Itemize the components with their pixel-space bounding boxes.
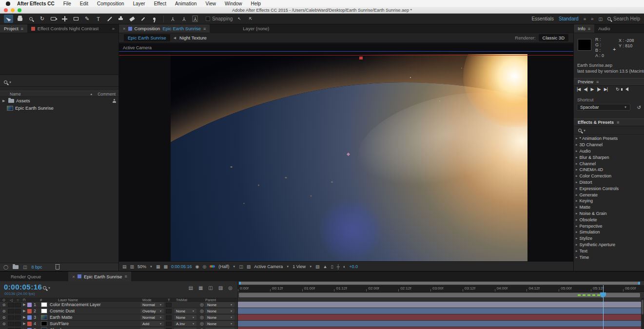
layer-duration-bar[interactable] bbox=[238, 327, 641, 329]
snap-option-2-icon[interactable]: ⇱ bbox=[246, 15, 255, 23]
work-area-bar[interactable] bbox=[239, 293, 640, 297]
timeline-button-icon[interactable]: ▯ bbox=[331, 264, 333, 269]
parent-dropdown[interactable]: None▼ bbox=[205, 309, 234, 313]
renderer-value[interactable]: Classic 3D bbox=[539, 34, 568, 41]
menu-item[interactable]: After Effects CC bbox=[17, 1, 59, 6]
interpret-footage-icon[interactable]: ◯︎ bbox=[3, 265, 8, 270]
preserve-transparency-cell[interactable] bbox=[166, 322, 172, 326]
preserve-transparency-cell[interactable] bbox=[166, 303, 172, 307]
type-tool-icon[interactable]: T bbox=[94, 15, 103, 23]
layer-audio-cell[interactable] bbox=[8, 315, 14, 320]
region-of-interest-icon[interactable]: ◫ bbox=[239, 264, 243, 269]
breadcrumb-comp[interactable]: Epic Earth Sunrise bbox=[124, 34, 170, 41]
close-tab-icon[interactable]: × bbox=[72, 274, 75, 279]
effects-category[interactable]: Generate bbox=[574, 192, 642, 198]
layer-audio-cell[interactable] bbox=[8, 303, 14, 307]
search-help-field[interactable]: Search Help bbox=[613, 16, 640, 21]
mask-visibility-icon[interactable]: ▩ bbox=[164, 264, 168, 269]
breadcrumb-layer[interactable]: Night Texture bbox=[179, 35, 207, 40]
view-layout-value[interactable]: 1 View bbox=[293, 264, 306, 269]
camera-view-value[interactable]: Active Camera bbox=[254, 264, 283, 269]
snap-option-icon[interactable]: ↖ bbox=[234, 15, 244, 23]
blend-mode-dropdown[interactable]: Overlay▼ bbox=[140, 309, 164, 313]
layer-visibility-icon[interactable]: ⊙ bbox=[0, 315, 8, 320]
layer-duration-bar[interactable] bbox=[238, 314, 641, 320]
resolution-caret-icon[interactable]: ▼ bbox=[233, 265, 235, 268]
workspace-switcher-icon[interactable]: ◫ bbox=[598, 17, 603, 21]
project-bit-depth[interactable]: 8 bpc bbox=[32, 265, 42, 270]
effects-category[interactable]: Time bbox=[574, 254, 642, 260]
hide-shy-layers-icon[interactable]: ◫ bbox=[208, 285, 213, 290]
effects-category[interactable]: CINEMA 4D bbox=[574, 167, 642, 173]
parent-pickwhip-icon[interactable]: ◎ bbox=[198, 321, 205, 326]
exposure-value[interactable]: +0.0 bbox=[349, 264, 358, 269]
new-composition-icon[interactable]: ◫ bbox=[23, 265, 27, 270]
blend-mode-dropdown[interactable]: Normal▼ bbox=[140, 315, 164, 320]
panel-menu-icon[interactable]: ≡ bbox=[617, 120, 619, 125]
layer-row[interactable]: ⊙ ▶ 4 Sun/Flare Add▼ A.Inv▼ ◎ None▼ bbox=[0, 321, 237, 327]
reset-shortcut-icon[interactable]: ↺ bbox=[637, 105, 641, 110]
fast-previews-icon[interactable]: ▲ bbox=[323, 264, 328, 269]
layer-label-color[interactable] bbox=[27, 303, 32, 307]
effects-category[interactable]: Simulation bbox=[574, 229, 642, 235]
layer-duration-bar[interactable] bbox=[238, 302, 641, 308]
tab-layer[interactable]: Layer (none) bbox=[239, 24, 273, 33]
project-item-comp[interactable]: Epic Earth Sunrise bbox=[0, 104, 118, 112]
hand-tool-icon[interactable] bbox=[15, 15, 24, 23]
shortcut-dropdown[interactable]: Spacebar ▼ bbox=[577, 104, 630, 111]
panel-menu-icon[interactable]: ≡ bbox=[596, 79, 599, 84]
delete-icon[interactable] bbox=[56, 265, 59, 270]
layer-name[interactable]: Earth Matte bbox=[50, 315, 140, 320]
layer-columns-header[interactable]: ⊙ ◁ ○ ⊓ # Layer Name Mode T TrkMat Paren… bbox=[0, 298, 237, 302]
motion-blur-icon[interactable]: ◎ bbox=[228, 285, 233, 290]
layer-expand-icon[interactable]: ▶ bbox=[21, 315, 27, 319]
rectangle-tool-icon[interactable] bbox=[71, 15, 80, 23]
workspace-menu-icon[interactable]: ≡ bbox=[584, 17, 586, 21]
next-frame-button[interactable]: |▶ bbox=[597, 87, 600, 92]
project-search-icon[interactable] bbox=[4, 80, 7, 84]
tab-audio[interactable]: Audio bbox=[594, 24, 614, 33]
timeline-scrollbar[interactable] bbox=[641, 298, 644, 329]
project-item-assets[interactable]: ▶ Assets bbox=[0, 97, 118, 104]
draft-3d-icon[interactable]: ▦ bbox=[198, 285, 203, 290]
new-folder-icon[interactable] bbox=[13, 265, 19, 269]
menu-item[interactable]: Layer bbox=[129, 1, 150, 6]
parent-pickwhip-icon[interactable]: ◎ bbox=[198, 315, 205, 320]
magnification-icon[interactable]: ▥ bbox=[130, 264, 135, 269]
brush-tool-icon[interactable] bbox=[105, 15, 114, 23]
effects-category[interactable]: Stylize bbox=[574, 235, 642, 242]
effects-category[interactable]: Keying bbox=[574, 198, 642, 204]
menu-item[interactable]: File bbox=[59, 1, 76, 6]
local-axis-mode-icon[interactable]: Y bbox=[168, 15, 177, 23]
tab-overflow-chevron[interactable]: » bbox=[108, 24, 118, 33]
last-frame-button[interactable]: ▶| bbox=[604, 87, 607, 92]
layer-duration-bar[interactable] bbox=[238, 321, 641, 327]
layer-label-color[interactable] bbox=[27, 315, 32, 320]
panel-menu-icon[interactable]: ≡ bbox=[21, 26, 23, 31]
layer-visibility-icon[interactable]: ⊙ bbox=[0, 303, 8, 307]
reset-exposure-icon[interactable]: ◐ bbox=[343, 264, 346, 269]
panel-menu-icon[interactable]: ≡ bbox=[588, 26, 590, 31]
magnification-caret-icon[interactable]: ▼ bbox=[150, 265, 153, 268]
project-search-caret-icon[interactable]: ▼ bbox=[9, 81, 12, 84]
navigator-end-handle[interactable] bbox=[638, 282, 640, 285]
effects-category[interactable]: Blur & Sharpen bbox=[574, 154, 642, 160]
eraser-tool-icon[interactable] bbox=[127, 15, 137, 23]
effects-category[interactable]: Noise & Grain bbox=[574, 211, 642, 217]
playhead-line[interactable] bbox=[603, 285, 604, 329]
selection-tool-icon[interactable] bbox=[4, 15, 13, 23]
timeline-track-area[interactable]: 0:00f00:12f01:00f01:12f02:00f02:12f03:00… bbox=[238, 281, 644, 329]
show-snapshot-icon[interactable]: ◎ bbox=[202, 264, 206, 269]
layer-visibility-icon[interactable]: ⊙ bbox=[0, 309, 8, 313]
layer-lock-cell[interactable] bbox=[15, 315, 21, 320]
preserve-transparency-cell[interactable] bbox=[166, 309, 172, 313]
zoom-tool-icon[interactable] bbox=[26, 15, 36, 23]
time-navigator-bar[interactable] bbox=[239, 282, 640, 285]
clone-stamp-tool-icon[interactable] bbox=[116, 15, 125, 23]
workspace-overflow-chevron[interactable]: » bbox=[591, 16, 594, 21]
panel-menu-icon[interactable]: ≡ bbox=[203, 26, 206, 31]
frame-blending-icon[interactable]: ▨ bbox=[218, 285, 223, 290]
tab-effect-controls[interactable]: Effect Controls Night Contrast bbox=[27, 24, 108, 33]
camera-caret-icon[interactable]: ▼ bbox=[286, 265, 289, 268]
navigator-start-handle[interactable] bbox=[239, 282, 241, 285]
